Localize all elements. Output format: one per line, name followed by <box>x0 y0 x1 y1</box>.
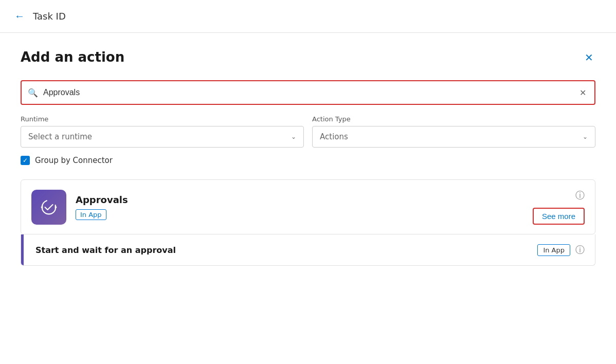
action-type-filter-group: Action Type Actions ⌄ <box>312 115 595 148</box>
action-row-right: In App ⓘ <box>537 244 585 256</box>
see-more-button[interactable]: See more <box>533 208 585 225</box>
runtime-select[interactable]: Select a runtime ⌄ <box>21 126 304 148</box>
action-type-value: Actions <box>320 132 348 141</box>
header-title: Task ID <box>33 11 66 22</box>
approvals-connector-card: Approvals In App ⓘ See more <box>21 179 595 234</box>
search-input[interactable] <box>43 88 577 97</box>
panel-title: Add an action <box>21 49 124 65</box>
action-in-app-badge: In App <box>537 244 570 256</box>
close-button[interactable]: ✕ <box>583 49 595 66</box>
checkmark-icon: ✓ <box>23 157 28 164</box>
group-by-connector-label: Group by Connector <box>35 156 113 165</box>
action-type-select[interactable]: Actions ⌄ <box>312 126 595 148</box>
panel-header: Add an action ✕ <box>21 49 595 66</box>
svg-point-0 <box>42 200 56 214</box>
approvals-connector-icon <box>39 197 59 217</box>
action-type-chevron-icon: ⌄ <box>583 133 588 140</box>
search-clear-button[interactable]: ✕ <box>577 86 588 100</box>
action-name: Start and wait for an approval <box>31 245 537 255</box>
approvals-connector-actions: ⓘ See more <box>533 189 585 225</box>
approvals-connector-icon-wrap <box>31 190 66 225</box>
group-by-connector-row: ✓ Group by Connector <box>21 156 595 165</box>
back-button[interactable]: ← <box>12 8 27 24</box>
header: ← Task ID <box>0 0 616 33</box>
main-panel: Add an action ✕ 🔍 ✕ Runtime Select a run… <box>0 33 616 266</box>
approvals-connector-info: Approvals In App <box>76 194 533 220</box>
filters-row: Runtime Select a runtime ⌄ Action Type A… <box>21 115 595 148</box>
approvals-connector-name: Approvals <box>76 194 533 205</box>
group-by-connector-checkbox[interactable]: ✓ <box>21 156 30 165</box>
approvals-info-icon[interactable]: ⓘ <box>575 189 585 202</box>
action-type-label: Action Type <box>312 115 595 123</box>
action-info-icon[interactable]: ⓘ <box>575 244 585 256</box>
clear-icon: ✕ <box>579 88 586 98</box>
runtime-filter-group: Runtime Select a runtime ⌄ <box>21 115 304 148</box>
runtime-chevron-icon: ⌄ <box>291 133 296 140</box>
search-icon: 🔍 <box>28 88 38 98</box>
search-container: 🔍 ✕ <box>21 80 595 105</box>
runtime-label: Runtime <box>21 115 304 123</box>
runtime-value: Select a runtime <box>28 132 92 141</box>
action-row[interactable]: Start and wait for an approval In App ⓘ <box>21 234 595 266</box>
approvals-in-app-badge: In App <box>76 209 106 220</box>
